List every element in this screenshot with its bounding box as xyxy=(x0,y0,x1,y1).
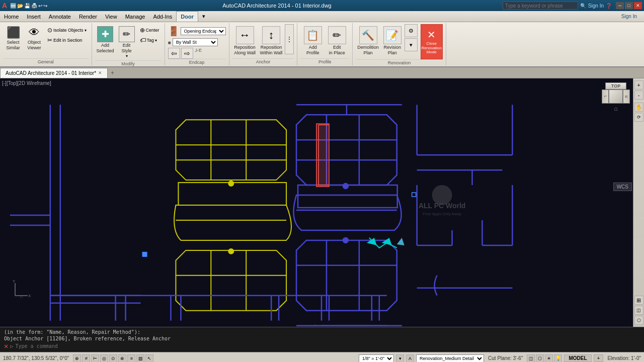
select-similar-icon: ⬛ xyxy=(7,26,20,39)
floor-plan-svg: ALL PC World Free Apps Only Away xyxy=(0,88,633,327)
cmd-input[interactable] xyxy=(15,343,640,349)
ribbon: ⬛ SelectSimilar 👁 ObjectViewer ⊙ Isolate… xyxy=(0,22,644,67)
cutplane-label: Cut Plane: 3'-6" xyxy=(488,355,523,361)
help-icon[interactable]: ❓ xyxy=(606,3,612,9)
edit-in-place-btn[interactable]: ✏ Editin Place xyxy=(326,24,349,58)
selection-btn[interactable]: ↖ xyxy=(145,354,153,363)
search-icon[interactable]: 🔍 xyxy=(580,3,586,9)
annotative-btn[interactable]: A xyxy=(406,354,414,363)
doc-tab-active[interactable]: AutoCAD Architecture 2014 - 01 Interior*… xyxy=(0,68,108,78)
zoom-in-btn[interactable]: + xyxy=(634,80,643,89)
isolate-objects-btn[interactable]: ⊙ Isolate Objects ▾ xyxy=(45,26,89,35)
menu-view[interactable]: View xyxy=(101,11,121,22)
redo-icon[interactable]: ↪ xyxy=(43,3,47,9)
scale-list-btn[interactable]: ▾ xyxy=(396,354,404,363)
doc-tab-close-icon[interactable]: ✕ xyxy=(98,70,102,75)
wall-style-dropdown[interactable]: By Wall St xyxy=(173,38,218,46)
sign-in-menu[interactable]: Sign In xyxy=(621,14,637,19)
renovation-dropdown-btn[interactable]: ⚙ xyxy=(405,24,418,37)
object-viewer-btn[interactable]: 👁 ObjectViewer xyxy=(24,24,44,53)
add-selected-btn[interactable]: ✚ AddSelected xyxy=(95,24,116,56)
edit-style-label: EditStyle xyxy=(122,43,132,54)
reposition-within-wall-btn[interactable]: ↕ RepositionWithin Wall xyxy=(259,24,284,58)
pan-btn[interactable]: ✋ xyxy=(634,103,643,112)
menu-addins[interactable]: Add-Ins xyxy=(149,11,176,22)
viewport-tools-2[interactable]: ⬡ xyxy=(536,354,544,363)
viewcube-left[interactable]: L xyxy=(602,89,609,104)
ortho-btn[interactable]: ⊢ xyxy=(91,354,99,363)
search-input[interactable] xyxy=(503,2,578,10)
layout1-btn[interactable]: + xyxy=(594,354,604,362)
tag-label: Tag xyxy=(147,38,154,43)
endcap-apply-btn[interactable]: ⇨ xyxy=(181,48,193,59)
endcap-flip-btn[interactable]: ⇦ xyxy=(168,48,180,59)
menu-manage[interactable]: Manage xyxy=(121,11,149,22)
menu-home[interactable]: Home xyxy=(0,11,23,22)
menu-extra[interactable]: ▾ xyxy=(198,11,209,22)
transparency-btn[interactable]: ▨ xyxy=(136,354,144,363)
ribbon-group-modify: ✚ AddSelected ✏ EditStyle ▾ ⊕ Center 🏷 T… xyxy=(92,23,165,65)
lineweight-btn[interactable]: ≡ xyxy=(127,354,135,363)
viewcube-top[interactable]: TOP xyxy=(605,82,626,89)
open-icon[interactable]: 📂 xyxy=(17,3,23,9)
coord-display: 180.7 7/32", 130:5 5/32", 0°0" xyxy=(3,355,69,361)
add-profile-btn[interactable]: 📋 AddProfile xyxy=(301,24,325,58)
menu-door[interactable]: Door xyxy=(176,11,198,22)
print-icon[interactable]: 🖨️ xyxy=(31,3,37,9)
edit-style-btn[interactable]: ✏ EditStyle ▾ xyxy=(117,24,137,60)
anchor-label: Anchor xyxy=(232,58,294,64)
svg-marker-17 xyxy=(296,115,397,185)
sign-in-btn[interactable]: Sign In xyxy=(588,3,604,9)
svg-text:Free Apps Only Away: Free Apps Only Away xyxy=(423,212,461,216)
demolition-plan-btn[interactable]: 🔨 DemolitionPlan xyxy=(356,24,380,58)
center-btn[interactable]: ⊕ Center xyxy=(138,26,162,35)
tag-icon: 🏷 xyxy=(140,37,146,44)
viewcube-home[interactable]: ⌂ xyxy=(614,105,617,112)
new-tab-btn[interactable]: + xyxy=(108,68,117,77)
menu-annotate[interactable]: Annotate xyxy=(45,11,75,22)
minimize-btn[interactable]: ─ xyxy=(616,2,624,9)
svg-rect-62 xyxy=(316,124,329,187)
grid-btn[interactable]: # xyxy=(82,354,90,363)
polar-btn[interactable]: ◎ xyxy=(100,354,108,363)
viewcube-center[interactable] xyxy=(609,89,623,104)
anchor-extra-btn[interactable]: ⋮ xyxy=(285,24,294,54)
close-renovation-btn[interactable]: ✕ CloseRenovationMode xyxy=(421,24,443,59)
orbit-btn[interactable]: ⟳ xyxy=(634,113,643,122)
detail-select[interactable]: Renovation_Medium Detail xyxy=(416,354,484,363)
tag-btn[interactable]: 🏷 Tag ▾ xyxy=(138,36,162,45)
renovation-dropdown2-btn[interactable]: ▾ xyxy=(405,38,418,51)
menu-render[interactable]: Render xyxy=(75,11,101,22)
canvas-area[interactable]: [-][Top][2D Wireframe] xyxy=(0,78,644,327)
new-icon[interactable]: 🆕 xyxy=(10,3,16,9)
reposition-along-wall-btn[interactable]: ↔ RepositionAlong Wall xyxy=(232,24,258,58)
menu-insert[interactable]: Insert xyxy=(23,11,45,22)
model-btn[interactable]: MODEL xyxy=(564,354,591,362)
object-viewer-icon: 👁 xyxy=(29,26,40,39)
named-views-btn[interactable]: ◫ xyxy=(634,306,643,315)
visual-styles-btn[interactable]: ⬡ xyxy=(634,316,643,325)
restore-btn[interactable]: □ xyxy=(625,2,633,9)
viewport-tools-4[interactable]: 💡 xyxy=(554,354,562,363)
snap-btn[interactable]: ⊕ xyxy=(73,354,81,363)
endcap-dropdown[interactable]: Opening Endcap xyxy=(181,27,226,35)
revision-plan-btn[interactable]: 📝 RevisionPlan xyxy=(381,24,404,58)
viewport-tools-3[interactable]: ☀ xyxy=(545,354,553,363)
extent-btn[interactable]: ⊞ xyxy=(634,296,643,305)
endcap-label: Endcap xyxy=(168,59,226,65)
cmd-close-btn[interactable]: ✕ xyxy=(4,342,8,350)
select-similar-btn[interactable]: ⬛ SelectSimilar xyxy=(3,24,23,53)
view-cube[interactable]: TOP L R ⌂ xyxy=(602,82,630,112)
close-btn[interactable]: ✕ xyxy=(634,2,642,9)
osnap-btn[interactable]: ⊙ xyxy=(109,354,117,363)
status-bar: 180.7 7/32", 130:5 5/32", 0°0" ⊕ # ⊢ ◎ ⊙… xyxy=(0,352,644,362)
undo-icon[interactable]: ↩ xyxy=(38,3,42,9)
zoom-out-btn[interactable]: - xyxy=(634,90,643,100)
scale-select[interactable]: 1/8" = 1'-0" xyxy=(359,354,394,363)
viewcube-right[interactable]: R xyxy=(623,89,630,104)
edit-in-section-btn[interactable]: ✂ Edit in Section xyxy=(45,36,89,45)
wcs-label[interactable]: WCS xyxy=(613,183,632,191)
viewport-tools-1[interactable]: ◫ xyxy=(527,354,535,363)
otrack-btn[interactable]: ⊕ xyxy=(118,354,126,363)
save-icon[interactable]: 💾 xyxy=(24,3,30,9)
